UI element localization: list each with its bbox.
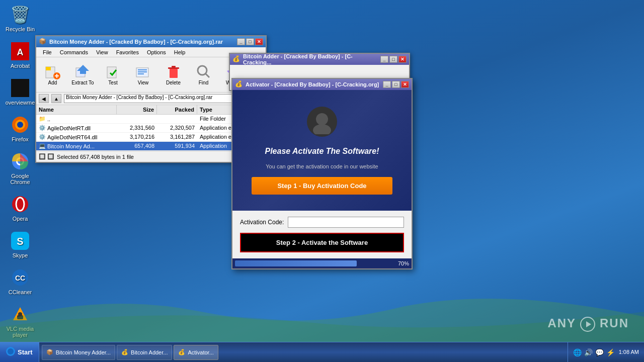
file-packed: 591,934 (157, 142, 197, 150)
bitcoin-close-button[interactable]: ✕ (398, 56, 407, 63)
find-button[interactable]: Find (190, 62, 217, 87)
activator-minimize-button[interactable]: _ (383, 81, 391, 88)
bitcoin-minimize-button[interactable]: _ (380, 56, 388, 63)
vlc-icon[interactable]: VLC media player (3, 302, 38, 340)
step1-buy-button[interactable]: Step 1 - Buy Activation Code (252, 177, 392, 195)
file-size: 657,408 (117, 142, 157, 150)
winrar-window-icon: 📦 (39, 38, 47, 46)
taskbar-winrar-icon: 📦 (46, 349, 53, 355)
skype-icon[interactable]: S Skype (3, 229, 38, 260)
test-button[interactable]: Test (99, 62, 127, 87)
col-name[interactable]: Name (36, 105, 117, 114)
taskbar: Start 📦 Bitcoin Money Adder... 💰 Bitcoin… (0, 342, 644, 362)
svg-rect-36 (170, 69, 178, 78)
nav-up-button[interactable]: ▲ (51, 94, 61, 103)
winrar-close-button[interactable]: ✕ (255, 38, 263, 45)
activator-subtitle: You can get the activation code in our w… (266, 163, 378, 169)
activator-window-icon: 💰 (235, 80, 243, 88)
col-size[interactable]: Size (117, 105, 157, 114)
svg-point-17 (18, 312, 22, 316)
bitcoin-restore-button[interactable]: □ (389, 56, 397, 63)
file-name: ⚙️AgileDotNetRT.dll (36, 124, 117, 132)
power-icon[interactable]: ⚡ (606, 348, 615, 356)
skype-image: S (10, 231, 30, 251)
taskbar-bitcoin-label: Bitcoin Adder... (131, 349, 168, 355)
bitcoin-controls: _ □ ✕ (380, 56, 407, 63)
winrar-maximize-button[interactable]: □ (246, 38, 254, 45)
delete-button[interactable]: Delete (159, 62, 187, 87)
view-button[interactable]: View (129, 62, 157, 87)
activation-code-label: Activation Code: (240, 219, 284, 226)
dll-icon: ⚙️ (39, 134, 46, 140)
nav-back-button[interactable]: ◀ (39, 94, 49, 103)
progress-bar-container: 70% (232, 258, 412, 268)
svg-rect-38 (172, 66, 176, 67)
file-name: 📁.. (36, 115, 117, 123)
opera-icon[interactable]: Opera (3, 192, 38, 224)
view-label: View (138, 80, 149, 85)
desktop: 🗑️ Recycle Bin A Acrobat overviewme (0, 0, 644, 362)
bitcoin-titlebar[interactable]: 💰 Bitcoin Adder - [Cracked By Badboy] - … (230, 54, 409, 65)
activator-restore-button[interactable]: □ (392, 81, 400, 88)
col-packed[interactable]: Packed (157, 105, 197, 114)
step2-activate-button[interactable]: Step 2 - Activate the Software (240, 233, 404, 252)
recycle-bin-icon[interactable]: 🗑️ Recycle Bin (3, 3, 38, 34)
svg-line-40 (205, 73, 209, 77)
overviewme-icon[interactable]: overviewme (3, 76, 38, 108)
dll-icon: ⚙️ (39, 125, 46, 131)
opera-image (10, 194, 30, 214)
menu-help[interactable]: Help (170, 48, 190, 56)
taskbar-winrar-label: Bitcoin Money Adder... (56, 349, 111, 355)
winrar-titlebar[interactable]: 📦 Bitcoin Money Adder - [Cracked By Badb… (36, 36, 266, 47)
file-size: 2,331,560 (117, 124, 157, 132)
taskbar-bitcoin-icon: 💰 (121, 349, 128, 355)
svg-rect-33 (138, 69, 147, 70)
menu-options[interactable]: Options (143, 48, 170, 56)
bitcoin-window-icon: 💰 (232, 55, 240, 63)
firefox-label: Firefox (12, 136, 29, 142)
taskbar-bitcoin[interactable]: 💰 Bitcoin Adder... (117, 345, 172, 360)
file-packed: 2,320,507 (157, 124, 197, 132)
add-button[interactable]: Add (39, 62, 66, 87)
bitcoin-title: Bitcoin Adder - [Cracked By Badboy] - [C… (243, 53, 380, 65)
taskbar-winrar[interactable]: 📦 Bitcoin Money Adder... (42, 345, 115, 360)
svg-marker-45 (586, 321, 591, 327)
taskbar-system-tray: 🌐 🔊 💬 ⚡ 1:08 AM (568, 342, 644, 362)
overviewme-label: overviewme (6, 100, 35, 106)
taskbar-activator[interactable]: 💰 Activator... (174, 345, 218, 360)
chrome-icon[interactable]: Google Chrome (3, 149, 38, 187)
menu-commands[interactable]: Commands (56, 48, 92, 56)
winrar-minimize-button[interactable]: _ (237, 38, 245, 45)
svg-text:A: A (17, 47, 24, 57)
desktop-icon-area: 🗑️ Recycle Bin A Acrobat overviewme (0, 0, 40, 362)
activator-titlebar[interactable]: 💰 Activator - [Cracked By Badboy] - [C-C… (232, 79, 412, 90)
extract-to-button[interactable]: Extract To (69, 62, 97, 87)
message-icon[interactable]: 💬 (595, 348, 604, 356)
test-icon (105, 64, 121, 80)
acrobat-icon[interactable]: A Acrobat (3, 39, 38, 71)
svg-rect-34 (138, 71, 147, 72)
file-name: ⚙️AgileDotNetRT64.dll (36, 133, 117, 141)
menu-view[interactable]: View (92, 48, 112, 56)
acrobat-label: Acrobat (11, 63, 30, 69)
network-icon[interactable]: 🌐 (573, 348, 582, 356)
activation-code-input[interactable] (288, 217, 404, 228)
find-icon (196, 64, 212, 80)
svg-point-44 (581, 317, 595, 331)
ccleaner-icon[interactable]: CC CCleaner (3, 265, 38, 297)
svg-text:S: S (17, 236, 23, 247)
menu-favorites[interactable]: Favorites (112, 48, 143, 56)
activator-close-button[interactable]: ✕ (401, 81, 409, 88)
volume-icon[interactable]: 🔊 (584, 348, 593, 356)
recycle-bin-label: Recycle Bin (6, 26, 35, 32)
svg-point-42 (316, 113, 328, 125)
firefox-image (10, 115, 30, 135)
skype-label: Skype (13, 252, 28, 258)
menu-file[interactable]: File (39, 48, 56, 56)
system-clock: 1:08 AM (619, 348, 639, 356)
start-button[interactable]: Start (0, 342, 39, 362)
opera-label: Opera (13, 216, 28, 222)
ccleaner-label: CCleaner (9, 289, 32, 295)
start-orb (6, 347, 15, 357)
firefox-icon[interactable]: Firefox (3, 113, 38, 144)
